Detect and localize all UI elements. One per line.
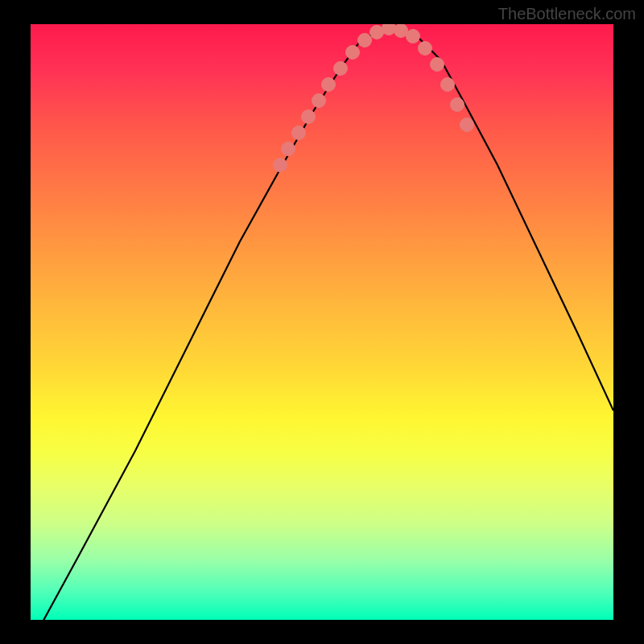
highlight-dot	[394, 24, 408, 38]
highlight-dot	[407, 30, 420, 43]
highlight-dot	[382, 24, 396, 35]
highlight-dot	[292, 126, 306, 140]
highlight-dot	[346, 46, 360, 60]
highlight-dot	[431, 58, 444, 72]
watermark-text: TheBottleneck.com	[498, 5, 636, 23]
chart-svg	[31, 24, 613, 620]
highlight-dot	[419, 42, 432, 56]
highlight-dot	[358, 34, 372, 47]
highlight-dot	[370, 26, 384, 39]
highlight-dot	[312, 94, 326, 108]
highlight-dot	[441, 78, 455, 92]
highlight-dot	[451, 98, 464, 112]
highlight-dot	[322, 78, 336, 92]
highlight-dots	[274, 24, 474, 172]
highlight-dot	[334, 62, 348, 76]
chart-plot-area	[31, 24, 613, 620]
highlight-dot	[302, 110, 316, 124]
highlight-dot	[460, 118, 474, 132]
bottleneck-curve	[31, 28, 613, 620]
highlight-dot	[282, 142, 295, 156]
highlight-dot	[274, 159, 287, 172]
